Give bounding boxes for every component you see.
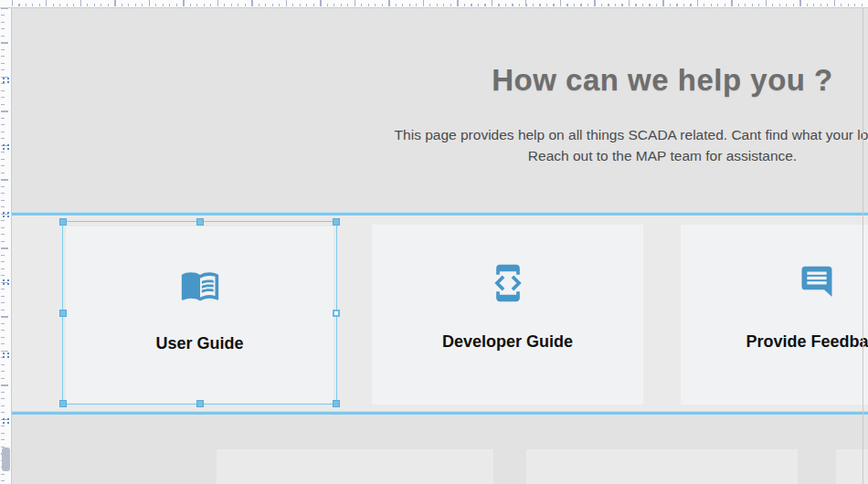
ruler-label-mark bbox=[3, 78, 9, 83]
ruler-label-mark bbox=[3, 144, 9, 150]
subtitle-line-2: Reach out to the MAP team for assistance… bbox=[12, 145, 868, 166]
resize-handle-nw[interactable] bbox=[59, 218, 67, 226]
horizontal-ruler-ticks bbox=[12, 0, 868, 7]
hero-section[interactable]: How can we help you ? This page provides… bbox=[12, 8, 868, 212]
feedback-chat-icon bbox=[796, 263, 838, 303]
design-canvas[interactable]: How can we help you ? This page provides… bbox=[12, 8, 868, 484]
placeholder-card[interactable] bbox=[526, 449, 798, 484]
resize-handle-s[interactable] bbox=[196, 400, 204, 407]
placeholder-card[interactable] bbox=[217, 449, 493, 484]
resize-handle-e[interactable] bbox=[333, 310, 340, 317]
card-label: Developer Guide bbox=[442, 332, 573, 352]
card-label: Provide Feedback bbox=[746, 332, 868, 352]
ruler-label-mark bbox=[3, 279, 9, 285]
resize-handle-w[interactable] bbox=[59, 310, 67, 317]
resize-handle-n[interactable] bbox=[196, 218, 204, 226]
ruler-label-mark bbox=[3, 352, 9, 358]
horizontal-ruler[interactable] bbox=[0, 0, 868, 8]
resize-handle-se[interactable] bbox=[333, 400, 340, 407]
canvas-edge-line bbox=[863, 8, 863, 484]
help-page: How can we help you ? This page provides… bbox=[12, 8, 868, 484]
developer-code-icon bbox=[487, 263, 529, 303]
ruler-label-mark bbox=[3, 418, 9, 424]
page-title[interactable]: How can we help you ? bbox=[12, 63, 868, 98]
editor-stage: How can we help you ? This page provides… bbox=[0, 0, 868, 484]
vertical-ruler[interactable] bbox=[0, 0, 12, 484]
card-developer-guide[interactable]: Developer Guide bbox=[372, 225, 643, 405]
page-subtitle[interactable]: This page provides help on all things SC… bbox=[12, 124, 868, 166]
ruler-scroll-nub[interactable] bbox=[2, 447, 10, 471]
selection-outline[interactable] bbox=[62, 221, 337, 405]
resize-handle-sw[interactable] bbox=[59, 400, 67, 407]
ruler-label-mark bbox=[3, 212, 9, 217]
card-provide-feedback[interactable]: Provide Feedback bbox=[681, 225, 868, 405]
resize-handle-ne[interactable] bbox=[333, 218, 340, 226]
subtitle-line-1: This page provides help on all things SC… bbox=[12, 124, 868, 145]
